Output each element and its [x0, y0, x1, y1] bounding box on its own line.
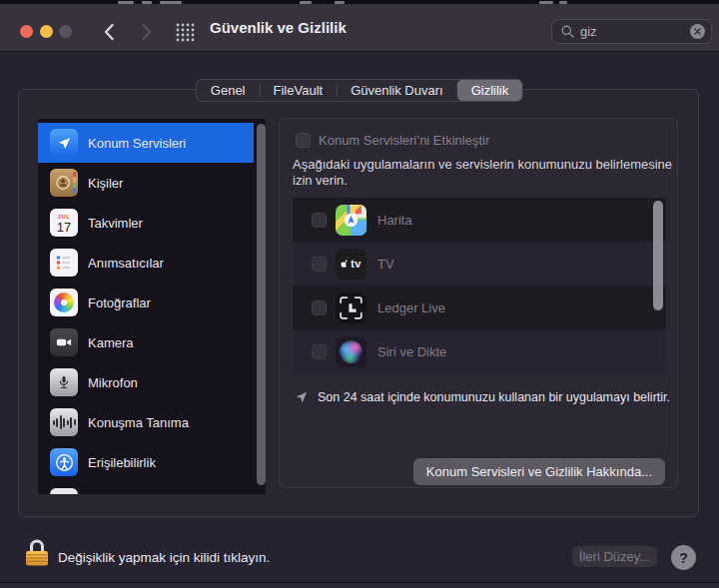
enable-location-label: Konum Servisleri’ni Etkinleştir	[319, 133, 489, 148]
lock-button[interactable]	[24, 538, 50, 572]
grid-icon	[176, 23, 195, 42]
sidebar-item-konum-servisleri[interactable]: Konum Servisleri	[38, 123, 254, 163]
app-row-tv[interactable]: tv TV	[293, 242, 666, 286]
app-row-ledger-live[interactable]: Ledger Live	[293, 286, 666, 329]
clipped-app-icon	[50, 488, 78, 494]
window-title: Güvenlik ve Gizlilik	[210, 4, 347, 52]
search-input[interactable]	[580, 24, 690, 39]
chevron-right-icon	[141, 23, 153, 41]
ledger-live-checkbox[interactable]	[312, 300, 327, 315]
about-location-services-button[interactable]: Konum Servisleri ve Gizlilik Hakkında...	[413, 458, 665, 485]
enable-location-checkbox[interactable]	[296, 133, 311, 148]
tab-genel[interactable]: Genel	[197, 80, 260, 101]
advanced-button[interactable]: İleri Düzey...	[572, 546, 657, 567]
microphone-icon	[50, 368, 78, 396]
location-arrow-icon	[50, 129, 78, 157]
sidebar-item-erisilebilirlik[interactable]: Erişilebilirlik	[38, 442, 254, 482]
app-list-scrollbar[interactable]	[653, 201, 663, 310]
location-services-panel: Konum Servisleri’ni Etkinleştir Aşağıdak…	[279, 118, 678, 488]
sidebar-item-animsaticilar[interactable]: Anımsatıcılar	[38, 243, 254, 283]
forward-button[interactable]	[134, 19, 160, 45]
clear-search-button[interactable]	[690, 24, 705, 39]
sidebar-item-takvimler[interactable]: JUL 17 Takvimler	[38, 203, 254, 243]
panel-description: Aşağıdaki uygulamaların ve servislerin k…	[293, 157, 674, 189]
sidebar-scrollbar[interactable]	[257, 124, 266, 485]
tab-guvenlik-duvari[interactable]: Güvenlik Duvarı	[337, 80, 456, 101]
privacy-sidebar: Konum Servisleri Kişiler JUL 17 Takvimle…	[38, 119, 266, 494]
chevron-left-icon	[103, 23, 115, 41]
close-icon	[694, 28, 701, 35]
location-usage-note: Son 24 saat içinde konumunuzu kullanan b…	[295, 390, 670, 404]
calendar-icon: JUL 17	[50, 209, 78, 237]
security-privacy-window: Güvenlik ve Gizlilik Genel FileVault Güv…	[0, 0, 719, 588]
sidebar-item-partial[interactable]	[38, 482, 254, 494]
speech-recognition-icon	[50, 408, 78, 436]
app-row-harita[interactable]: Harita	[293, 198, 666, 242]
sidebar-item-mikrofon[interactable]: Mikrofon	[38, 362, 254, 402]
sidebar-item-kisiler[interactable]: Kişiler	[38, 163, 254, 203]
contacts-icon	[50, 169, 78, 197]
accessibility-icon	[50, 448, 78, 476]
lock-icon	[24, 538, 50, 568]
help-button[interactable]: ?	[671, 545, 696, 570]
zoom-button[interactable]	[59, 25, 72, 38]
window-bottom-strip	[0, 583, 719, 588]
enable-location-row: Konum Servisleri’ni Etkinleştir	[296, 133, 489, 148]
app-row-siri[interactable]: Siri ve Dikte	[293, 329, 666, 373]
back-button[interactable]	[96, 19, 122, 45]
sidebar-item-fotograflar[interactable]: Fotoğraflar	[38, 283, 254, 322]
apple-tv-icon: tv	[336, 249, 366, 280]
siri-checkbox[interactable]	[312, 344, 327, 359]
tab-gizlilik[interactable]: Gizlilik	[457, 80, 523, 101]
harita-checkbox[interactable]	[312, 213, 327, 228]
tab-filevault[interactable]: FileVault	[260, 80, 338, 101]
show-all-button[interactable]	[174, 21, 196, 43]
app-permission-list: Harita tv TV	[293, 198, 666, 373]
camera-icon	[50, 328, 78, 356]
search-icon	[561, 25, 574, 38]
tab-bar: Genel FileVault Güvenlik Duvarı Gizlilik	[196, 79, 523, 102]
minimize-button[interactable]	[40, 25, 53, 38]
close-button[interactable]	[20, 25, 33, 38]
location-arrow-icon	[295, 390, 309, 404]
siri-icon	[336, 336, 366, 367]
search-field[interactable]	[551, 19, 712, 44]
lock-hint-text: Değişiklik yapmak için kilidi tıklayın.	[58, 550, 270, 565]
ledger-live-icon	[336, 293, 366, 323]
maps-icon	[336, 205, 366, 236]
sidebar-item-konusma-tanima[interactable]: Konuşma Tanıma	[38, 402, 254, 442]
photos-icon	[50, 289, 78, 316]
reminders-icon	[50, 249, 78, 277]
tv-checkbox[interactable]	[312, 257, 327, 272]
sidebar-item-kamera[interactable]: Kamera	[38, 322, 254, 362]
titlebar: Güvenlik ve Gizlilik	[0, 4, 719, 52]
